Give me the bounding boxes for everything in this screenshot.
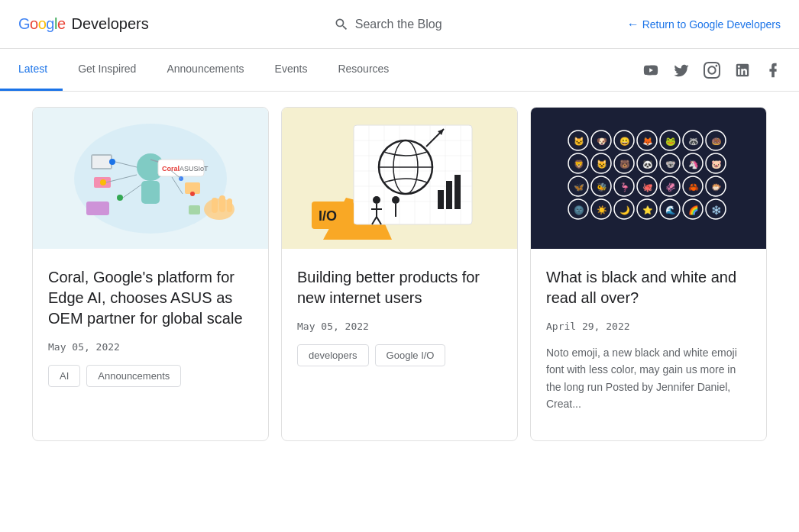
svg-text:ASUSIoT: ASUSIoT — [180, 165, 209, 172]
svg-text:🦀: 🦀 — [688, 182, 699, 192]
tag-developers[interactable]: developers — [297, 344, 369, 366]
instagram-icon[interactable] — [698, 56, 726, 84]
svg-rect-10 — [86, 202, 109, 215]
svg-text:🐸: 🐸 — [665, 136, 676, 147]
svg-rect-18 — [189, 205, 200, 214]
card-2[interactable]: I/O Building better products for new int… — [281, 107, 518, 441]
svg-text:🐶: 🐶 — [597, 136, 607, 147]
svg-point-55 — [392, 196, 400, 204]
svg-text:🌙: 🌙 — [619, 205, 630, 215]
facebook-icon[interactable] — [759, 56, 787, 84]
svg-rect-24 — [212, 198, 218, 213]
svg-text:🐷: 🐷 — [711, 159, 722, 169]
tab-resources[interactable]: Resources — [322, 49, 404, 91]
svg-rect-48 — [446, 181, 452, 209]
tab-events[interactable]: Events — [260, 49, 323, 91]
card-1-title: Coral, Google's platform for Edge AI, ch… — [48, 267, 253, 329]
card-3-body: What is black and white and read all ove… — [531, 249, 766, 440]
logo-area: Google Developers — [18, 15, 149, 33]
search-area[interactable]: Search the Blog — [334, 17, 442, 32]
card-1-body: Coral, Google's platform for Edge AI, ch… — [33, 249, 268, 402]
navigation: Latest Get Inspired Announcements Events… — [0, 49, 799, 92]
svg-text:🦩: 🦩 — [619, 182, 630, 192]
svg-text:Coral: Coral — [162, 165, 180, 172]
main-content: Coral ASUSIoT — [0, 92, 799, 456]
svg-text:🌊: 🌊 — [665, 205, 676, 215]
tag-google-io[interactable]: Google I/O — [375, 344, 446, 366]
svg-text:🍩: 🍩 — [711, 136, 722, 147]
svg-point-13 — [117, 195, 123, 201]
tab-announcements[interactable]: Announcements — [151, 49, 259, 91]
nav-tabs: Latest Get Inspired Announcements Events… — [0, 49, 404, 91]
svg-text:🐙: 🐙 — [642, 182, 653, 192]
svg-text:🐱: 🐱 — [574, 136, 584, 147]
svg-rect-49 — [454, 175, 461, 209]
svg-rect-25 — [219, 195, 225, 212]
svg-point-20 — [190, 192, 195, 196]
svg-point-12 — [100, 179, 106, 185]
svg-rect-8 — [92, 156, 111, 168]
card-2-body: Building better products for new interne… — [282, 249, 517, 382]
card-3-date: April 29, 2022 — [546, 321, 751, 332]
svg-text:🦁: 🦁 — [574, 159, 584, 169]
tag-announcements[interactable]: Announcements — [86, 365, 181, 387]
svg-point-50 — [373, 196, 380, 204]
svg-text:🐡: 🐡 — [711, 182, 722, 192]
return-label: Return to Google Developers — [642, 18, 781, 31]
svg-text:⭐: ⭐ — [642, 205, 653, 215]
card-2-date: May 05, 2022 — [297, 321, 502, 332]
svg-text:🦋: 🦋 — [574, 182, 584, 192]
svg-rect-26 — [227, 198, 232, 212]
svg-text:🐨: 🐨 — [665, 159, 676, 169]
svg-rect-2 — [141, 181, 160, 204]
tab-latest[interactable]: Latest — [0, 49, 63, 91]
svg-text:🌚: 🌚 — [574, 205, 584, 215]
youtube-icon[interactable] — [637, 56, 665, 84]
card-1-tags: AI Announcements — [48, 365, 253, 387]
card-3-title: What is black and white and read all ove… — [546, 267, 751, 308]
svg-text:🐼: 🐼 — [642, 159, 653, 169]
svg-text:😺: 😺 — [597, 159, 607, 169]
svg-text:🦄: 🦄 — [688, 159, 699, 169]
card-3[interactable]: 🐱 🐶 😀 🦊 🐸 🦝 🍩 🦁 😺 🐻 — [530, 107, 767, 441]
tab-get-inspired[interactable]: Get Inspired — [63, 49, 151, 91]
search-label[interactable]: Search the Blog — [355, 18, 442, 31]
svg-text:😀: 😀 — [619, 136, 630, 147]
card-3-image: 🐱 🐶 😀 🦊 🐸 🦝 🍩 🦁 😺 🐻 — [531, 108, 766, 249]
return-link[interactable]: ← Return to Google Developers — [627, 18, 781, 31]
return-arrow-icon: ← — [627, 18, 639, 31]
svg-rect-47 — [438, 190, 444, 209]
svg-point-11 — [109, 159, 115, 165]
svg-text:🐝: 🐝 — [597, 182, 607, 192]
svg-text:🌈: 🌈 — [688, 205, 699, 215]
card-2-tags: developers Google I/O — [297, 344, 502, 366]
twitter-icon[interactable] — [668, 56, 695, 84]
card-2-title: Building better products for new interne… — [297, 267, 502, 308]
developers-label: Developers — [72, 15, 149, 33]
svg-text:🦊: 🦊 — [642, 136, 653, 147]
linkedin-icon[interactable] — [729, 56, 756, 84]
svg-text:☀️: ☀️ — [597, 205, 607, 215]
card-1-image: Coral ASUSIoT — [33, 108, 268, 249]
svg-text:🐻: 🐻 — [619, 159, 630, 169]
header: Google Developers Search the Blog ← Retu… — [0, 0, 799, 49]
social-icons — [637, 56, 799, 84]
svg-text:I/O: I/O — [319, 208, 337, 224]
card-1-date: May 05, 2022 — [48, 341, 253, 353]
svg-text:🦑: 🦑 — [665, 182, 676, 192]
card-1[interactable]: Coral ASUSIoT — [32, 107, 269, 441]
card-3-excerpt: Noto emoji, a new black and white emoji … — [546, 344, 751, 413]
search-icon — [334, 17, 349, 32]
tag-ai[interactable]: AI — [48, 365, 80, 387]
svg-text:🦝: 🦝 — [688, 136, 699, 147]
svg-text:❄️: ❄️ — [711, 205, 722, 215]
card-2-image: I/O — [282, 108, 517, 249]
google-logo: Google — [18, 15, 66, 33]
